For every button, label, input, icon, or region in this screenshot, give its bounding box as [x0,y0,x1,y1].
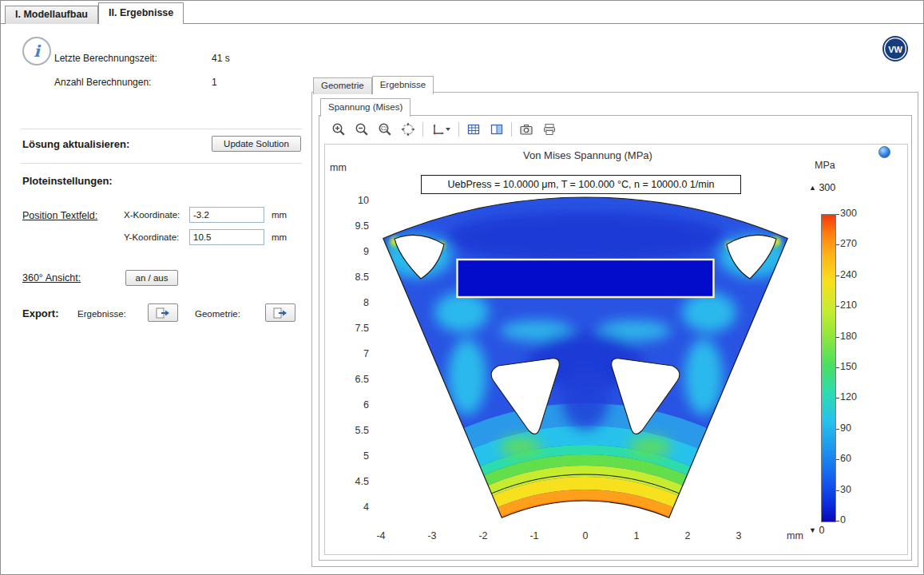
export-results-button[interactable] [148,303,178,322]
zoom-extents-icon[interactable] [399,121,417,138]
export-icon [272,307,288,319]
colorbar-unit: MPa [815,160,835,171]
x-tick: 0 [569,530,601,541]
colorbar-tickmarks [836,214,839,522]
info-icon: i [22,37,51,65]
separator-line [21,129,302,129]
calc-count-label: Anzahl Berechnungen: [54,77,151,88]
y-tick: 5.5 [335,425,369,436]
colorbar-tick: 180 [840,331,869,342]
export-icon [155,307,171,319]
von-mises-contour [324,144,906,553]
colorbar-tick: 210 [840,299,869,311]
toolbar-separator [511,122,512,137]
triangle-up-icon: ▲ [809,184,816,192]
zoom-out-icon[interactable] [353,121,371,138]
x-unit-label: mm [272,210,287,220]
export-results-label: Ergebnisse: [77,309,126,319]
tab-ergebnisse[interactable]: II. Ergebnisse [98,2,184,24]
plot-tab-bar: Spannung (Mises) [320,98,410,117]
x-tick: 3 [723,530,755,541]
y-tick: 4.5 [335,476,369,487]
y-coordinate-input[interactable] [189,229,264,245]
view-orientation-icon[interactable] [429,121,453,138]
triangle-down-icon: ▼ [809,526,816,534]
textfield-position-label: Position Textfeld: [22,210,97,221]
tab-modellaufbau[interactable]: I. Modellaufbau [5,6,98,24]
y-tick: 5 [335,450,369,462]
colorbar-tick: 150 [840,361,869,372]
colorbar-tick: 30 [840,484,869,495]
y-tick: 4 [335,502,369,513]
y-tick: 6.5 [335,374,369,385]
graphics-toolbar [323,117,916,141]
x-tick: -3 [416,530,448,541]
y-coordinate-label: Y-Koordinate: [124,232,179,242]
calc-time-label: Letzte Berechnungszeit: [54,53,157,64]
separator-line [21,163,302,164]
snapshot-camera-icon[interactable] [518,121,535,138]
x-coordinate-label: X-Koordinate: [124,210,180,220]
export-geometry-label: Geometrie: [195,309,240,319]
magnet-rect [458,260,714,297]
colorbar-tick: 90 [840,422,869,434]
print-icon[interactable] [541,121,558,138]
export-heading: Export: [22,307,59,319]
view-360-label: 360° Ansicht: [22,272,81,284]
colorbar-tick: 270 [840,238,869,249]
calc-time-value: 41 s [212,53,230,64]
zoom-box-icon[interactable] [376,121,394,138]
vw-logo: VW [882,35,909,65]
x-coordinate-input[interactable] [189,207,264,223]
tab-geometrie[interactable]: Geometrie [313,77,372,94]
y-tick: 9 [335,246,369,257]
plot-annotation-box: UebPress = 10.0000 μm, T = 100.000 °C, n… [421,175,741,194]
x-axis-unit: mm [787,530,803,541]
y-tick: 10 [335,195,369,206]
svg-text:VW: VW [888,45,902,54]
main-tab-bar: I. Modellaufbau II. Ergebnisse [5,3,184,24]
toolbar-separator [458,122,459,137]
y-unit-label: mm [272,232,287,242]
y-tick: 8 [335,297,369,308]
chevron-down-icon [445,127,451,132]
x-tick: -2 [467,530,499,541]
tab-spannung-mises[interactable]: Spannung (Mises) [320,98,410,117]
y-tick: 9.5 [335,220,369,232]
vw-logo-icon: VW [882,35,909,62]
x-tick: 1 [621,530,652,541]
toolbar-separator [422,122,423,137]
colorbar-min-marker: ▼ 0 [809,525,824,536]
show-table-icon[interactable] [465,121,482,138]
plot-settings-heading: Ploteinstellungen: [22,175,113,187]
y-tick: 7.5 [335,323,369,334]
colorbar-tick: 240 [840,269,869,280]
split-view-icon[interactable] [488,121,506,138]
results-tab-bar: Geometrie Ergebnisse [313,76,434,94]
x-tick: -1 [518,530,550,541]
y-tick: 7 [335,348,369,359]
calc-count-value: 1 [212,77,217,88]
colorbar-tick: 0 [840,514,869,525]
export-geometry-button[interactable] [265,303,295,322]
zoom-in-icon[interactable] [330,121,347,138]
update-solution-button[interactable]: Update Solution [212,136,301,152]
colorbar-tick: 60 [840,453,869,464]
y-tick: 6 [335,399,369,410]
colorbar-tick: 120 [840,391,869,402]
colorbar-tick: 300 [840,208,869,219]
x-tick: 2 [672,530,704,541]
tab-ergebnisse-plot[interactable]: Ergebnisse [372,76,434,94]
view-360-toggle-button[interactable]: an / aus [125,270,178,286]
x-tick: -4 [365,530,397,541]
update-solution-label: Lösung aktualisieren: [22,138,129,150]
y-tick: 8.5 [335,272,369,283]
colorbar-max-marker: ▲ 300 [809,182,835,193]
colorbar-gradient [821,214,836,522]
